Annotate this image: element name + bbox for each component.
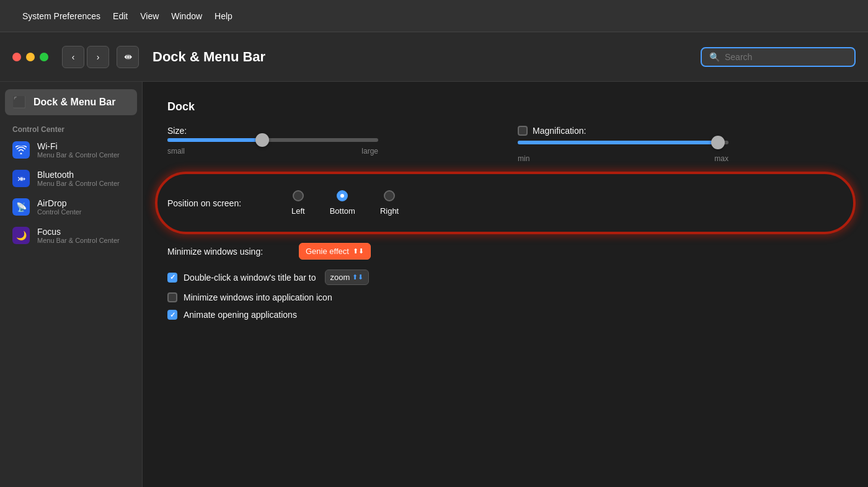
position-left-label: Left (291, 206, 305, 216)
forward-button[interactable]: › (87, 46, 109, 68)
menu-help[interactable]: Help (215, 11, 232, 21)
content-area: Dock Size: small large (143, 82, 868, 487)
sidebar-item-airdrop[interactable]: 📡 AirDrop Control Center (5, 193, 137, 221)
wifi-icon (12, 141, 30, 159)
minimize-app-icon-label: Minimize windows into application icon (184, 292, 332, 302)
double-click-label: Double-click a window's title bar to (184, 273, 316, 283)
minimize-label: Minimize windows using: (167, 247, 291, 257)
size-group: Size: small large (167, 126, 493, 163)
minimize-button[interactable] (26, 53, 35, 61)
search-icon: 🔍 (709, 52, 720, 62)
size-large-label: large (361, 147, 378, 156)
position-bottom-option[interactable]: Bottom (330, 190, 355, 216)
search-input[interactable] (725, 52, 847, 62)
back-button[interactable]: ‹ (62, 46, 84, 68)
dock-menu-bar-icon: ⬛ (12, 95, 26, 109)
position-bottom-radio[interactable] (337, 190, 348, 201)
menu-edit[interactable]: Edit (113, 11, 128, 21)
focus-text: Focus Menu Bar & Control Center (37, 227, 120, 244)
size-slider-track[interactable] (167, 138, 378, 142)
mag-min-label: min (518, 154, 529, 163)
double-click-checkbox[interactable] (167, 273, 177, 283)
toolbar: ‹ › ⇼ Dock & Menu Bar 🔍 (0, 32, 868, 82)
sidebar-item-wifi[interactable]: Wi-Fi Menu Bar & Control Center (5, 136, 137, 164)
animate-checkbox[interactable] (167, 310, 177, 320)
magnification-label: Magnification: (533, 126, 607, 136)
position-right-label: Right (380, 206, 399, 216)
double-click-row: Double-click a window's title bar to zoo… (167, 270, 843, 285)
grid-button[interactable]: ⇼ (117, 46, 139, 68)
toolbar-title: Dock & Menu Bar (153, 49, 693, 65)
bluetooth-text: Bluetooth Menu Bar & Control Center (37, 170, 120, 187)
focus-icon: 🌙 (12, 227, 30, 244)
close-button[interactable] (12, 53, 21, 61)
animate-label: Animate opening applications (184, 310, 297, 320)
size-label: Size: (167, 126, 242, 136)
position-left-radio[interactable] (293, 190, 304, 201)
mag-max-label: max (714, 154, 728, 163)
maximize-button[interactable] (40, 53, 48, 61)
nav-buttons: ‹ › (62, 46, 109, 68)
size-small-label: small (167, 147, 185, 156)
search-box: 🔍 (701, 47, 856, 67)
menu-bar: System Preferences Edit View Window Help (22, 11, 858, 21)
animate-row: Animate opening applications (167, 310, 843, 320)
menu-system-preferences[interactable]: System Preferences (22, 11, 100, 21)
position-right-option[interactable]: Right (380, 190, 399, 216)
airdrop-text: AirDrop Control Center (37, 198, 82, 216)
size-magnification-row: Size: small large Magnification: (167, 126, 843, 163)
minimize-effect-label: Genie effect (306, 247, 349, 256)
zoom-dropdown[interactable]: zoom ⬆⬇ (325, 270, 370, 285)
position-bottom-label: Bottom (330, 206, 355, 216)
minimize-app-icon-checkbox[interactable] (167, 292, 177, 302)
position-left-option[interactable]: Left (291, 190, 305, 216)
position-right-radio[interactable] (384, 190, 395, 201)
sidebar-selected-label: Dock & Menu Bar (33, 97, 115, 108)
title-bar: System Preferences Edit View Window Help (0, 0, 868, 32)
dock-section-title: Dock (167, 100, 843, 113)
menu-view[interactable]: View (140, 11, 159, 21)
magnification-group: Magnification: min max (518, 126, 843, 163)
sidebar: ⬛ Dock & Menu Bar Control Center Wi-Fi M… (0, 82, 143, 487)
dropdown-arrows-icon: ⬆⬇ (353, 247, 364, 255)
traffic-lights (12, 53, 48, 61)
zoom-option-label: zoom (330, 273, 350, 282)
position-row: Position on screen: Left Bottom Right (167, 190, 843, 216)
main-layout: ⬛ Dock & Menu Bar Control Center Wi-Fi M… (0, 82, 868, 487)
zoom-dropdown-arrows-icon: ⬆⬇ (352, 273, 363, 281)
sidebar-section-label: Control Center (5, 120, 137, 136)
position-section: Position on screen: Left Bottom Right (167, 178, 843, 228)
bluetooth-icon: ⤕ (12, 170, 30, 187)
menu-window[interactable]: Window (171, 11, 202, 21)
position-radio-group: Left Bottom Right (291, 190, 399, 216)
sidebar-item-focus[interactable]: 🌙 Focus Menu Bar & Control Center (5, 222, 137, 249)
position-label: Position on screen: (167, 198, 267, 208)
wifi-text: Wi-Fi Menu Bar & Control Center (37, 141, 120, 159)
magnification-checkbox[interactable] (518, 126, 528, 136)
minimize-app-icon-row: Minimize windows into application icon (167, 292, 843, 302)
minimize-row: Minimize windows using: Genie effect ⬆⬇ (167, 243, 843, 260)
mag-slider-track[interactable] (518, 141, 728, 144)
minimize-effect-dropdown[interactable]: Genie effect ⬆⬇ (299, 243, 371, 260)
sidebar-item-dock-menu-bar[interactable]: ⬛ Dock & Menu Bar (5, 89, 137, 115)
sidebar-item-bluetooth[interactable]: ⤕ Bluetooth Menu Bar & Control Center (5, 165, 137, 192)
airdrop-icon: 📡 (12, 198, 30, 216)
